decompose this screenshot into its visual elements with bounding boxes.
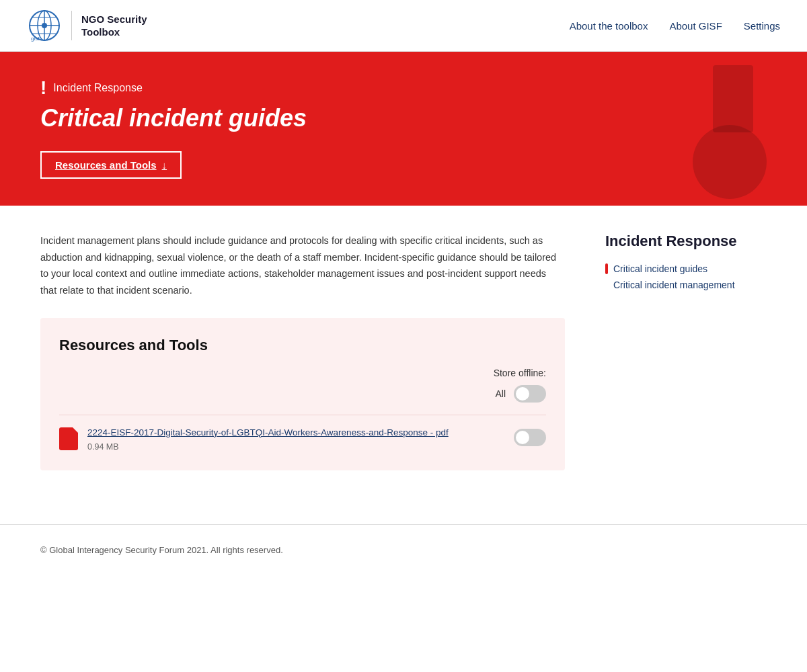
sidebar: Incident Response Critical incident guid… bbox=[605, 233, 767, 470]
all-toggle[interactable] bbox=[514, 385, 546, 403]
file-toggle-col bbox=[514, 426, 546, 446]
main-nav: About the toolbox About GISF Settings bbox=[570, 20, 780, 32]
sidebar-link-critical-management[interactable]: Critical incident management bbox=[613, 280, 735, 290]
resources-title: Resources and Tools bbox=[59, 337, 546, 354]
main-content: Incident management plans should include… bbox=[0, 206, 807, 497]
exclamation-icon: ! bbox=[40, 79, 46, 97]
footer-text: © Global Interagency Security Forum 2021… bbox=[40, 545, 283, 555]
hero-deco-rect bbox=[713, 65, 753, 132]
file-size: 0.94 MB bbox=[87, 442, 504, 452]
description-text: Incident management plans should include… bbox=[40, 233, 565, 299]
sidebar-link-critical-guides[interactable]: Critical incident guides bbox=[613, 263, 707, 274]
hero-category: ! Incident Response bbox=[40, 79, 767, 97]
sidebar-item-critical-guides[interactable]: Critical incident guides bbox=[605, 263, 767, 274]
file-item: 2224-EISF-2017-Digital-Security-of-LGBTQ… bbox=[59, 415, 546, 452]
resources-tools-button[interactable]: Resources and Tools ↓ bbox=[40, 151, 182, 179]
svg-point-4 bbox=[42, 23, 47, 28]
sidebar-title: Incident Response bbox=[605, 233, 767, 250]
store-offline-label: Store offline: bbox=[494, 368, 546, 378]
file-toggle-slider bbox=[514, 429, 546, 446]
nav-settings[interactable]: Settings bbox=[744, 20, 780, 32]
resources-box: Resources and Tools Store offline: All 2… bbox=[40, 318, 565, 470]
file-toggle[interactable] bbox=[514, 429, 546, 446]
sidebar-item-critical-management[interactable]: Critical incident management bbox=[605, 280, 767, 290]
hero-title: Critical incident guides bbox=[40, 104, 767, 132]
footer: © Global Interagency Security Forum 2021… bbox=[0, 524, 807, 575]
hero-banner: ! Incident Response Critical incident gu… bbox=[0, 52, 807, 206]
header: gisf NGO Security Toolbox About the tool… bbox=[0, 0, 807, 52]
all-toggle-row: All bbox=[59, 385, 546, 403]
sidebar-inactive-bar bbox=[605, 280, 608, 290]
logo-area: gisf NGO Security Toolbox bbox=[27, 8, 147, 43]
nav-toolbox[interactable]: About the toolbox bbox=[570, 20, 648, 32]
file-name-link[interactable]: 2224-EISF-2017-Digital-Security-of-LGBTQ… bbox=[87, 426, 504, 439]
hero-deco-circle bbox=[693, 125, 767, 199]
gisf-logo-icon: gisf bbox=[27, 8, 62, 43]
sidebar-active-bar bbox=[605, 263, 608, 274]
nav-gisf[interactable]: About GISF bbox=[669, 20, 722, 32]
all-label: All bbox=[495, 388, 506, 399]
content-left: Incident management plans should include… bbox=[40, 233, 565, 470]
file-details: 2224-EISF-2017-Digital-Security-of-LGBTQ… bbox=[87, 426, 504, 452]
pdf-icon bbox=[59, 427, 78, 450]
store-offline-row: Store offline: bbox=[59, 368, 546, 378]
logo-divider bbox=[71, 11, 72, 40]
all-toggle-slider bbox=[514, 385, 546, 403]
logo-text: NGO Security Toolbox bbox=[81, 13, 147, 39]
svg-text:gisf: gisf bbox=[31, 36, 40, 42]
